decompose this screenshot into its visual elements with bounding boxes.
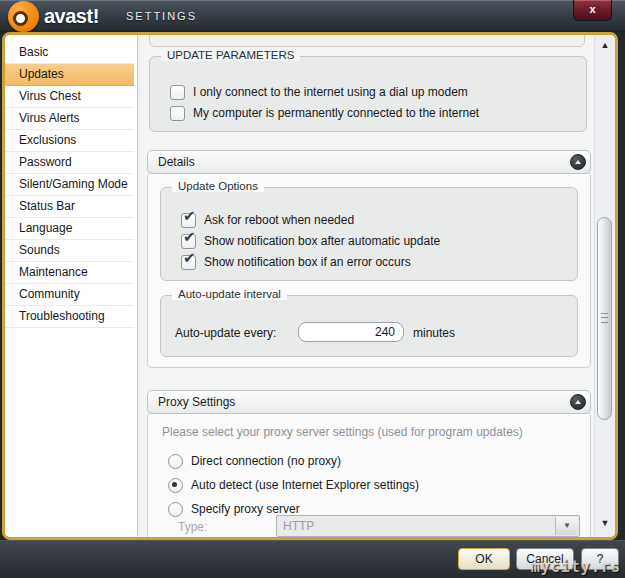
notify-update-option-row: Show notification box after automatic up… [181, 233, 440, 249]
auto-detect-radio[interactable] [168, 478, 183, 493]
brand-wordmark: avast! [44, 5, 99, 28]
sidebar-item-silent-gaming[interactable]: Silent/Gaming Mode [5, 174, 134, 196]
avast-ball-icon [8, 1, 39, 32]
scrollbar-thumb[interactable] [597, 217, 612, 420]
sidebar-divider [134, 35, 142, 537]
proxy-settings-header-label: Proxy Settings [158, 395, 235, 409]
help-button[interactable]: ? [581, 548, 619, 570]
notify-update-checkbox[interactable] [181, 234, 196, 249]
auto-detect-row: Auto detect (use Internet Explorer setti… [168, 477, 419, 493]
proxy-type-label: Type: [178, 520, 207, 534]
proxy-settings-section-header[interactable]: Proxy Settings [147, 390, 591, 414]
proxy-type-value: HTTP [277, 516, 579, 536]
footer-bar: OK Cancel ? mycity.rs [0, 540, 625, 578]
update-options-legend: Update Options [172, 180, 264, 192]
update-options-group: Update Options Ask for reboot when neede… [160, 187, 578, 281]
direct-connection-radio[interactable] [168, 454, 183, 469]
sidebar-item-maintenance[interactable]: Maintenance [5, 262, 134, 284]
sidebar-item-virus-alerts[interactable]: Virus Alerts [5, 108, 134, 130]
direct-connection-row: Direct connection (no proxy) [168, 453, 341, 469]
sidebar-item-virus-chest[interactable]: Virus Chest [5, 86, 134, 108]
sidebar-item-password[interactable]: Password [5, 152, 134, 174]
sidebar: Basic Updates Virus Chest Virus Alerts E… [5, 35, 134, 537]
dialup-checkbox[interactable] [170, 85, 185, 100]
title-bar: avast! SETTINGS x [0, 0, 625, 32]
dropdown-arrow-icon[interactable]: ▼ [555, 517, 578, 535]
notify-error-option-row: Show notification box if an error occurs [181, 254, 411, 270]
reboot-checkbox[interactable] [181, 213, 196, 228]
direct-connection-label: Direct connection (no proxy) [191, 454, 341, 468]
proxy-instruction-text: Please select your proxy server settings… [162, 425, 523, 439]
close-button[interactable]: x [573, 0, 612, 21]
sidebar-item-language[interactable]: Language [5, 218, 134, 240]
proxy-type-dropdown[interactable]: HTTP ▼ [276, 515, 580, 537]
reboot-option-row: Ask for reboot when needed [181, 212, 354, 228]
settings-window-body: Basic Updates Virus Chest Virus Alerts E… [2, 32, 618, 540]
auto-detect-label: Auto detect (use Internet Explorer setti… [191, 478, 419, 492]
update-parameters-legend: UPDATE PARAMETERS [161, 49, 300, 61]
vertical-scrollbar[interactable]: ▲ ▼ [594, 35, 615, 537]
update-parameters-group: UPDATE PARAMETERS I only connect to the … [149, 56, 587, 132]
reboot-label: Ask for reboot when needed [204, 213, 354, 227]
dialup-option-row: I only connect to the internet using a d… [170, 84, 468, 100]
scrollbar-grip-icon [601, 313, 608, 323]
details-collapse-button[interactable] [570, 154, 586, 170]
notify-update-label: Show notification box after automatic up… [204, 234, 440, 248]
specify-proxy-radio[interactable] [168, 502, 183, 517]
main-content: UPDATE PARAMETERS I only connect to the … [142, 35, 615, 537]
scroll-up-icon[interactable]: ▲ [595, 40, 615, 54]
dialup-label: I only connect to the internet using a d… [193, 85, 468, 99]
sidebar-item-basic[interactable]: Basic [5, 42, 134, 64]
avast-logo: avast! SETTINGS [8, 1, 158, 33]
ok-button[interactable]: OK [458, 548, 510, 570]
permanent-label: My computer is permanently connected to … [193, 106, 479, 120]
sidebar-item-community[interactable]: Community [5, 284, 134, 306]
auto-update-every-label: Auto-update every: [175, 326, 276, 340]
notify-error-checkbox[interactable] [181, 255, 196, 270]
scroll-down-icon[interactable]: ▼ [595, 518, 615, 532]
window-title: SETTINGS [126, 10, 197, 22]
scrolled-out-section-edge [149, 32, 585, 47]
details-panel: Update Options Ask for reboot when neede… [147, 172, 591, 368]
specify-proxy-label: Specify proxy server [191, 502, 300, 516]
permanent-option-row: My computer is permanently connected to … [170, 105, 479, 121]
details-header-label: Details [158, 155, 195, 169]
sidebar-item-exclusions[interactable]: Exclusions [5, 130, 134, 152]
notify-error-label: Show notification box if an error occurs [204, 255, 411, 269]
minutes-label: minutes [413, 326, 455, 340]
sidebar-item-sounds[interactable]: Sounds [5, 240, 134, 262]
sidebar-item-updates[interactable]: Updates [5, 64, 134, 86]
permanent-checkbox[interactable] [170, 106, 185, 121]
auto-update-interval-legend: Auto-update interval [172, 288, 287, 300]
cancel-button[interactable]: Cancel [516, 548, 574, 570]
proxy-collapse-button[interactable] [570, 394, 586, 410]
proxy-settings-panel: Please select your proxy server settings… [147, 412, 591, 540]
sidebar-item-troubleshooting[interactable]: Troubleshooting [5, 306, 134, 328]
details-section-header[interactable]: Details [147, 150, 591, 174]
sidebar-item-status-bar[interactable]: Status Bar [5, 196, 134, 218]
auto-update-interval-group: Auto-update interval Auto-update every: … [160, 295, 578, 357]
auto-update-interval-input[interactable] [298, 322, 404, 342]
